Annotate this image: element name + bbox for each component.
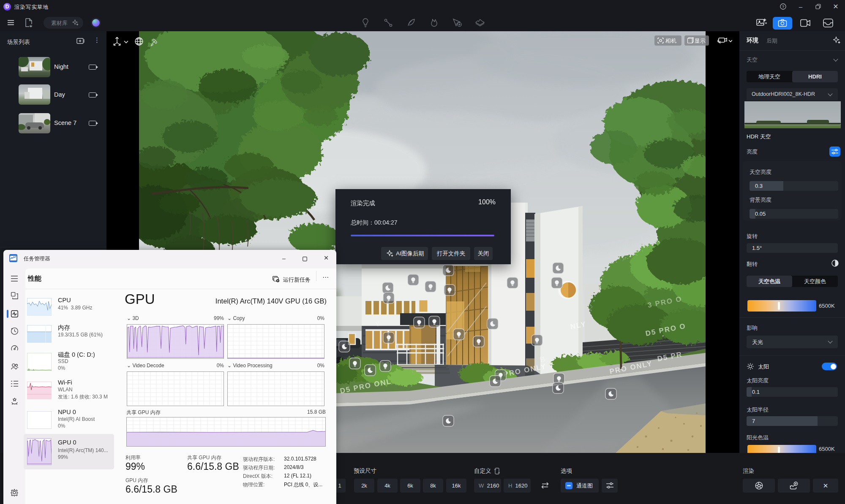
- svg-text:?: ?: [782, 5, 784, 9]
